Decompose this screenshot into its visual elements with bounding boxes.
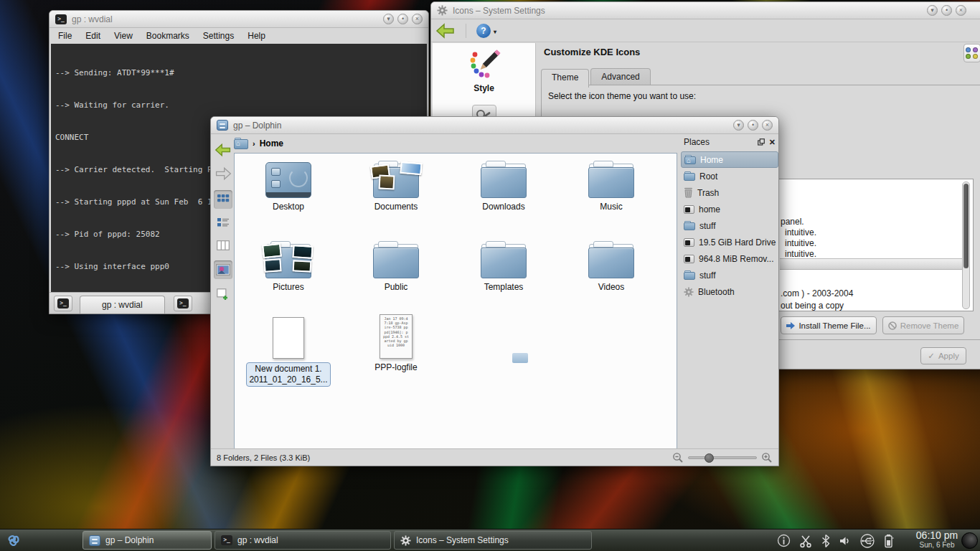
close-panel-icon[interactable]: ✕ — [769, 138, 776, 147]
clock[interactable]: 06:10 pm Sun, 6 Feb — [913, 530, 961, 550]
folder-item[interactable]: Downloads — [456, 161, 552, 212]
place-item-hard-drive[interactable]: 19.5 GiB Hard Drive — [681, 234, 778, 250]
dolphin-toolbar — [212, 136, 234, 447]
folder-item[interactable]: Pictures — [240, 241, 336, 293]
folder-item[interactable]: Templates — [456, 241, 552, 293]
minimize-icon[interactable]: ▾ — [733, 120, 744, 131]
folder-item[interactable]: Music — [563, 161, 659, 212]
folder-label: Pictures — [240, 282, 336, 293]
split-view-button[interactable] — [214, 285, 232, 303]
place-item-home-drive[interactable]: home — [681, 201, 778, 217]
bluetooth-icon[interactable] — [821, 534, 831, 548]
theme-list-fragment: panel. — [781, 217, 804, 227]
maximize-icon[interactable]: • — [748, 120, 758, 131]
place-item-stuff2[interactable]: stuff — [681, 267, 778, 283]
forward-icon — [215, 166, 232, 181]
menu-edit[interactable]: Edit — [85, 31, 100, 41]
apply-button[interactable]: ✓ Apply — [920, 347, 966, 364]
tab-theme[interactable]: Theme — [541, 69, 589, 88]
new-tab-button[interactable]: >_ — [54, 296, 72, 311]
menu-settings[interactable]: Settings — [203, 31, 234, 41]
volume-icon[interactable] — [839, 534, 852, 547]
check-icon: ✓ — [928, 351, 935, 361]
maximize-icon[interactable]: • — [941, 5, 952, 16]
dolphin-titlebar[interactable]: gp – Dolphin ▾ • × — [211, 117, 778, 134]
minimize-icon[interactable]: ▾ — [927, 5, 938, 16]
back-icon[interactable] — [435, 23, 456, 39]
folder-item[interactable]: Documents — [348, 161, 444, 212]
home-icon[interactable]: ⌂ — [234, 138, 248, 149]
place-label: Home — [700, 155, 723, 165]
folder-label: Documents — [348, 202, 444, 212]
install-theme-button[interactable]: Install Theme File... — [781, 316, 877, 334]
panel-toolbox-icon[interactable] — [961, 532, 978, 549]
breadcrumb-home[interactable]: Home — [260, 138, 283, 149]
close-icon[interactable]: × — [956, 5, 966, 16]
file-item[interactable]: Jan 17 09:4 7:18 gp-Asp ire-5738 pp pd[1… — [348, 314, 444, 373]
gear-icon — [437, 5, 448, 16]
maximize-icon[interactable]: • — [397, 14, 408, 24]
forward-button[interactable] — [214, 164, 232, 183]
file-item-selected[interactable]: New document 1. 2011_01_20_16_5... — [240, 317, 336, 387]
terminal-line: --> Waiting for carrier. — [55, 100, 423, 110]
task-button-dolphin[interactable]: gp – Dolphin — [83, 531, 212, 550]
columns-view-button[interactable] — [214, 236, 232, 255]
place-label: Root — [699, 171, 717, 182]
file-label: PPP-logfile — [348, 362, 444, 373]
task-button-system-settings[interactable]: Icons – System Settings — [394, 531, 592, 550]
back-icon — [215, 143, 232, 157]
place-item-bluetooth[interactable]: Bluetooth — [681, 283, 778, 300]
minimize-icon[interactable]: ▾ — [383, 14, 394, 24]
system-settings-titlebar[interactable]: Icons – System Settings ▾ • × — [431, 2, 980, 19]
folder-label: Public — [348, 282, 444, 293]
remove-theme-button[interactable]: Remove Theme — [882, 316, 964, 334]
place-item-home[interactable]: ⌂ Home — [681, 151, 778, 168]
close-icon[interactable]: × — [412, 14, 423, 24]
app-launcher-button[interactable] — [0, 529, 27, 551]
dolphin-statusbar: 8 Folders, 2 Files (3.3 KiB) — [211, 448, 778, 466]
menu-file[interactable]: File — [58, 31, 72, 41]
back-button[interactable] — [214, 141, 232, 159]
menu-help[interactable]: Help — [248, 31, 265, 41]
documents-folder-icon — [373, 161, 419, 198]
place-item-root[interactable]: Root — [681, 168, 778, 184]
folder-icon — [684, 221, 695, 230]
zoom-slider-handle[interactable] — [705, 453, 714, 463]
folder-item[interactable]: Desktop — [240, 161, 336, 212]
place-item-removable[interactable]: 964.8 MiB Remov... — [681, 250, 778, 267]
zoom-out-icon[interactable] — [672, 452, 684, 463]
icons-view-button[interactable] — [214, 190, 232, 209]
sidebar-item-style[interactable]: Style — [433, 47, 535, 93]
tab-list-button[interactable]: >_ — [174, 296, 192, 311]
house-glyph: ⌂ — [236, 139, 240, 147]
terminal-titlebar[interactable]: >_ gp : wvdial ▾ • × — [50, 11, 428, 28]
file-manager-icon — [89, 535, 100, 546]
folder-view[interactable]: Desktop Documents Downloads Music — [234, 153, 677, 449]
info-icon[interactable] — [777, 534, 791, 547]
task-button-terminal[interactable]: >_ gp : wvdial — [215, 531, 391, 550]
place-item-stuff[interactable]: stuff — [681, 217, 778, 234]
usb-device-icon[interactable] — [859, 534, 875, 548]
scrollbar-thumb[interactable] — [963, 184, 969, 268]
menu-bookmarks[interactable]: Bookmarks — [146, 31, 189, 41]
close-icon[interactable]: × — [762, 120, 773, 131]
details-view-button[interactable] — [214, 213, 232, 232]
style-icon — [468, 47, 501, 79]
folder-item[interactable]: Public — [348, 241, 444, 293]
dots-grid-button[interactable] — [963, 44, 980, 62]
battery-icon[interactable] — [883, 534, 895, 548]
clipboard-scissors-icon[interactable] — [798, 534, 813, 548]
folder-label: Downloads — [456, 202, 552, 212]
zoom-slider[interactable] — [688, 456, 757, 459]
help-icon[interactable]: ?▾ — [476, 24, 491, 38]
folder-label: Music — [563, 202, 659, 212]
menu-view[interactable]: View — [114, 31, 133, 41]
selected-theme-row[interactable] — [780, 258, 963, 270]
float-panel-icon[interactable] — [758, 138, 765, 146]
preview-button[interactable] — [214, 260, 232, 279]
folder-item[interactable]: Videos — [563, 241, 659, 293]
terminal-tab[interactable]: gp : wvdial — [80, 296, 165, 314]
scrollbar[interactable] — [962, 182, 970, 309]
place-item-trash[interactable]: Trash — [681, 184, 778, 201]
zoom-in-icon[interactable] — [761, 452, 773, 463]
